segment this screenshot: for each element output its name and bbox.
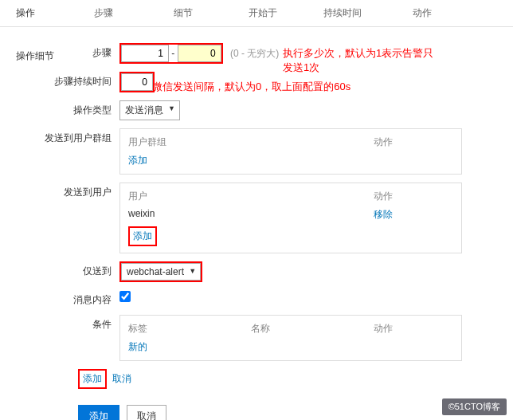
inline-add-link[interactable]: 添加 — [83, 373, 102, 384]
step-to-input[interactable] — [178, 45, 221, 62]
msg-content-label: 消息内容 — [16, 290, 119, 307]
user-remove-link[interactable]: 移除 — [374, 209, 393, 220]
row-send-user: 发送到用户 用户 动作 weixin 移除 添加 — [16, 183, 497, 253]
step-range-box: - — [119, 43, 223, 64]
op-type-label: 操作类型 — [16, 100, 119, 117]
inline-cancel-link[interactable]: 取消 — [112, 373, 131, 384]
condition-new-link[interactable]: 新的 — [128, 341, 147, 352]
tag-header: 标签 — [128, 322, 251, 336]
user-add-link[interactable]: 添加 — [133, 230, 152, 241]
duration-box — [119, 72, 155, 92]
step-from-input[interactable] — [121, 45, 169, 62]
row-condition: 条件 标签 名称 动作 新的 — [16, 315, 497, 361]
user-table: 用户 动作 weixin 移除 添加 — [119, 183, 462, 253]
group-table: 用户群组 动作 添加 — [119, 128, 462, 175]
bottom-actions: 添加 取消 — [16, 397, 497, 420]
user-header: 用户 — [128, 190, 374, 203]
row-op-type: 操作类型 发送消息 — [16, 100, 497, 120]
cond-action-header: 动作 — [374, 322, 453, 336]
tab-step[interactable]: 步骤 — [64, 0, 143, 26]
only-to-select[interactable]: webchat-alert — [121, 263, 201, 281]
group-add-link[interactable]: 添加 — [128, 155, 147, 166]
name-header: 名称 — [251, 322, 374, 336]
tab-start[interactable]: 开始于 — [223, 0, 303, 26]
add-cancel-links: 添加 取消 — [16, 369, 497, 389]
send-group-label: 发送到用户群组 — [16, 128, 119, 145]
group-header: 用户群组 — [128, 135, 374, 149]
duration-label: 步骤持续时间 — [16, 72, 119, 88]
row-only-to: 仅送到 webchat-alert — [16, 261, 497, 282]
tab-action[interactable]: 动作 — [382, 0, 462, 26]
watermark: ©51CTO博客 — [442, 398, 507, 415]
group-action-header: 动作 — [374, 135, 453, 149]
tab-detail[interactable]: 细节 — [143, 0, 223, 26]
msg-content-checkbox[interactable] — [119, 291, 131, 302]
user-action-header: 动作 — [374, 190, 453, 203]
tabs-bar: 操作 步骤 细节 开始于 持续时间 动作 — [0, 0, 513, 27]
tab-main: 操作 — [16, 0, 64, 26]
condition-table: 标签 名称 动作 新的 — [119, 315, 462, 361]
only-to-label: 仅送到 — [16, 261, 119, 278]
step-label: 步骤 — [16, 43, 119, 60]
condition-label: 条件 — [16, 315, 119, 332]
form-area: 步骤 - (0 - 无穷大) 步骤持续时间 操作类型 发送消息 发送到用户群组 — [0, 27, 513, 420]
row-msg-content: 消息内容 — [16, 290, 497, 307]
op-type-select[interactable]: 发送消息 — [119, 100, 180, 120]
tab-duration[interactable]: 持续时间 — [303, 0, 382, 26]
row-send-group: 发送到用户群组 用户群组 动作 添加 — [16, 128, 497, 175]
duration-input[interactable] — [121, 73, 153, 91]
only-to-box: webchat-alert — [119, 261, 202, 282]
cancel-button[interactable]: 取消 — [127, 405, 166, 420]
row-step: 步骤 - (0 - 无穷大) — [16, 43, 497, 64]
user-value: weixin — [128, 208, 374, 222]
row-duration: 步骤持续时间 — [16, 72, 497, 92]
step-hint: (0 - 无穷大) — [230, 48, 279, 59]
send-user-label: 发送到用户 — [16, 183, 119, 199]
add-button[interactable]: 添加 — [78, 405, 119, 420]
